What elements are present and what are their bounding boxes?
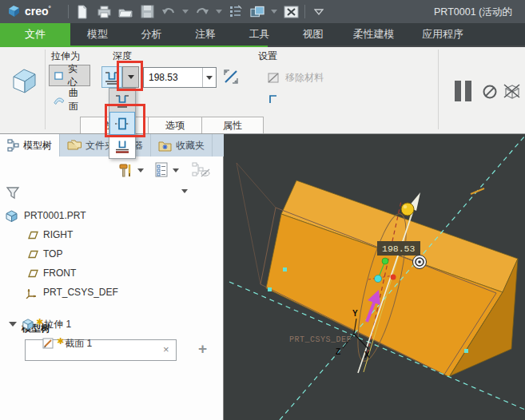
tree-plane-label[interactable]: RIGHT xyxy=(43,229,73,240)
tree-show-hide-button[interactable] xyxy=(192,162,210,178)
tab-annotate[interactable]: 注释 xyxy=(178,23,233,46)
tree-row-plane[interactable]: TOP xyxy=(26,244,62,263)
tab-model[interactable]: 模型 xyxy=(70,23,125,46)
green-reference-point[interactable] xyxy=(382,258,388,264)
new-file-icon[interactable] xyxy=(74,3,90,20)
extrude-as-group-label: 拉伸为 xyxy=(51,50,80,63)
verify-feature-button[interactable] xyxy=(502,82,522,101)
tree-csys-label[interactable]: PRT_CSYS_DEF xyxy=(43,287,118,298)
thicken-sketch-button[interactable] xyxy=(266,93,280,107)
datum-plane-icon xyxy=(26,269,38,278)
filter-icon[interactable] xyxy=(5,185,21,200)
pause-button-bar[interactable] xyxy=(465,81,471,101)
filter-clear-icon[interactable]: × xyxy=(163,343,169,355)
window-title: PRT0001 (活动的 xyxy=(434,6,512,19)
cyan-reference-point[interactable] xyxy=(375,275,382,283)
collapse-arrow-icon[interactable] xyxy=(9,322,17,327)
toolbar-divider xyxy=(68,5,69,18)
tree-settings-button[interactable] xyxy=(154,162,169,178)
group-divider xyxy=(45,50,46,129)
navtab-favorites[interactable]: 收藏夹 xyxy=(151,134,213,157)
tree-row-plane[interactable]: FRONT xyxy=(26,263,76,283)
tab-analysis[interactable]: 分析 xyxy=(125,23,178,46)
print-icon[interactable] xyxy=(96,3,112,20)
tree-plane-label[interactable]: TOP xyxy=(43,248,62,260)
undo-icon[interactable] xyxy=(161,3,177,20)
tree-row-csys[interactable]: PRT_CSYS_DEF xyxy=(26,283,118,302)
creo-logo: creo° xyxy=(7,4,51,18)
save-icon[interactable] xyxy=(139,3,155,20)
customize-toolbar-icon[interactable] xyxy=(311,3,327,20)
flip-direction-button[interactable] xyxy=(222,68,240,85)
windows-dropdown-icon[interactable] xyxy=(271,10,277,14)
solid-button-label: 实心 xyxy=(68,62,86,89)
settings-group-label: 设置 xyxy=(258,50,277,63)
depth-value-dropdown[interactable] xyxy=(202,68,216,87)
tab-file[interactable]: 文件 xyxy=(0,23,70,46)
depth-option-through-all[interactable] xyxy=(109,135,135,158)
tree-tools-button[interactable] xyxy=(118,163,133,178)
datum-axis-tick xyxy=(471,188,484,194)
axis-label-z: Z xyxy=(336,347,340,356)
tree-tools-dropdown-icon[interactable] xyxy=(137,168,144,172)
highlight-box-depth-dropdown xyxy=(117,61,143,91)
solid-button[interactable]: 实心 xyxy=(49,65,90,86)
graphics-viewport[interactable]: Y Z X PRT_CSYS_DEF 198.53 xyxy=(224,134,525,420)
datum-plane-icon xyxy=(26,250,38,259)
remove-material-label: 移除材料 xyxy=(285,71,324,85)
extrude-feature-icon xyxy=(6,66,40,97)
tab-view[interactable]: 视图 xyxy=(286,23,340,46)
surface-button[interactable]: 曲面 xyxy=(49,89,90,110)
tree-plane-label[interactable]: FRONT xyxy=(43,267,76,279)
modified-asterisk-icon: ✱ xyxy=(57,336,64,347)
depth-drag-handle-ball[interactable] xyxy=(401,203,414,216)
close-window-icon[interactable] xyxy=(283,3,299,20)
creo-cube-icon xyxy=(7,4,21,18)
navtab-model-tree-label: 模型树 xyxy=(23,139,52,153)
filter-dropdown-icon[interactable] xyxy=(181,189,188,193)
cancel-feature-button[interactable] xyxy=(482,84,498,100)
tree-row-plane[interactable]: RIGHT xyxy=(26,225,73,244)
tree-row-part[interactable]: PRT0001.PRT xyxy=(5,206,86,225)
tab-tools[interactable]: 工具 xyxy=(233,23,286,46)
open-folder-icon[interactable] xyxy=(117,3,133,20)
tree-row-section[interactable]: ✱ 截面 1 xyxy=(42,334,92,353)
tree-settings-dropdown-icon[interactable] xyxy=(173,168,179,172)
snap-target-icon[interactable] xyxy=(413,256,427,269)
title-bar: creo° PRT0001 (活动的 xyxy=(0,0,525,23)
highlight-box-symmetric-option xyxy=(105,104,145,137)
tab-options[interactable]: 选项 xyxy=(148,117,202,134)
chevron-down-icon xyxy=(206,76,213,80)
sketch-vertex-handle[interactable] xyxy=(268,287,272,291)
pause-button[interactable] xyxy=(455,81,461,101)
windows-icon[interactable] xyxy=(249,3,265,20)
sketch-outline-extension xyxy=(237,163,276,284)
filter-add-icon[interactable]: + xyxy=(198,340,207,358)
undo-dropdown-icon[interactable] xyxy=(182,10,189,14)
sketch-vertex-handle[interactable] xyxy=(464,349,468,353)
modified-asterisk-icon: ✱ xyxy=(36,317,43,327)
dimension-value[interactable]: 198.53 xyxy=(382,244,416,254)
group-divider xyxy=(438,50,439,129)
navtab-model-tree[interactable]: 模型树 xyxy=(0,134,60,157)
redo-dropdown-icon[interactable] xyxy=(216,10,222,14)
sketch-vertex-handle[interactable] xyxy=(283,267,287,271)
depth-value[interactable]: 198.53 xyxy=(144,72,202,83)
verify-cube-icon xyxy=(502,82,522,101)
tree-extrude-label[interactable]: 拉伸 1 xyxy=(44,318,71,331)
depth-value-combo[interactable]: 198.53 xyxy=(143,67,217,88)
tree-part-label[interactable]: PRT0001.PRT xyxy=(24,210,86,221)
no-entry-icon xyxy=(482,84,498,100)
redo-icon[interactable] xyxy=(194,3,210,20)
ribbon-tab-bar: 文件 模型 分析 注释 工具 视图 柔性建模 应用程序 xyxy=(0,23,525,46)
depth-through-all-icon xyxy=(114,139,130,155)
tab-applications[interactable]: 应用程序 xyxy=(408,23,478,46)
navtab-folder-browser[interactable]: 文件夹浏览器 xyxy=(60,134,151,157)
regenerate-icon[interactable] xyxy=(228,3,244,20)
tree-section-label[interactable]: 截面 1 xyxy=(65,337,92,351)
tree-row-extrude[interactable]: ✱ 拉伸 1 xyxy=(9,315,71,334)
tab-properties[interactable]: 属性 xyxy=(201,117,264,134)
tab-flexible-modeling[interactable]: 柔性建模 xyxy=(340,23,408,46)
model-scene: Y Z X PRT_CSYS_DEF 198.53 xyxy=(224,134,525,420)
red-reference-point[interactable] xyxy=(391,275,396,280)
